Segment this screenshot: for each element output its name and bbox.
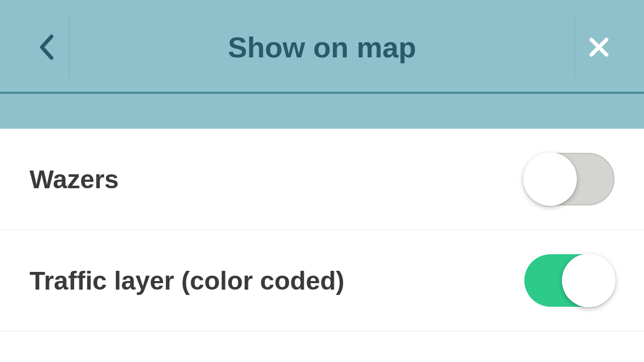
setting-label-traffic-layer: Traffic layer (color coded) (30, 266, 345, 295)
toggle-wazers[interactable] (524, 153, 614, 205)
header-divider (0, 92, 644, 94)
close-icon (587, 35, 611, 59)
sub-header-bar (0, 94, 644, 129)
setting-item-wazers: Wazers (0, 129, 644, 230)
toggle-traffic-layer[interactable] (524, 254, 614, 307)
toggle-knob (523, 152, 577, 206)
close-button[interactable] (574, 15, 623, 79)
setting-label-wazers: Wazers (30, 165, 119, 194)
header-bar: Show on map (0, 0, 644, 94)
chevron-left-icon (38, 33, 54, 61)
back-button[interactable] (21, 15, 70, 79)
setting-item-traffic-layer: Traffic layer (color coded) (0, 230, 644, 331)
settings-list: Wazers Traffic layer (color coded) (0, 129, 644, 331)
toggle-knob (562, 254, 616, 307)
page-title: Show on map (70, 31, 574, 64)
